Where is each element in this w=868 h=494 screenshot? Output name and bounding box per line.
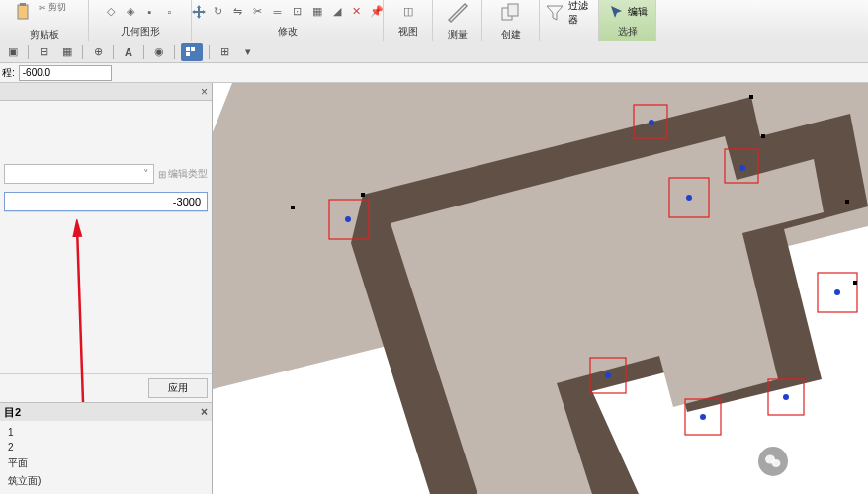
annotation-arrow bbox=[65, 219, 95, 407]
svg-point-27 bbox=[605, 372, 611, 378]
paste-icon[interactable] bbox=[11, 0, 37, 26]
filter-icon[interactable] bbox=[544, 0, 566, 26]
qat-select-icon[interactable]: ▣ bbox=[4, 43, 22, 61]
svg-rect-0 bbox=[18, 5, 28, 19]
ribbon-group-select: 编辑 选择 bbox=[599, 0, 656, 41]
svg-rect-6 bbox=[186, 52, 190, 56]
array-icon[interactable]: ▦ bbox=[308, 3, 326, 21]
level-input[interactable] bbox=[19, 65, 112, 81]
svg-point-28 bbox=[700, 414, 706, 420]
floor-plan-drawing bbox=[213, 83, 868, 494]
group-label-create: 创建 bbox=[501, 26, 521, 43]
edit-type-label: 编辑类型 bbox=[168, 167, 208, 181]
ribbon-group-geometry: ◇ ◈ ▪ ▫ 几何图形 bbox=[89, 0, 192, 41]
ribbon-group-modify: ↻ ⇋ ✂ ═ ⊡ ▦ ◢ ✕ 📌 修改 bbox=[192, 0, 384, 41]
ribbon-group-measure: 测量 bbox=[433, 0, 482, 41]
type-dropdown[interactable]: ˅ bbox=[4, 164, 154, 184]
group-label-geometry: 几何图形 bbox=[121, 23, 160, 41]
svg-rect-34 bbox=[845, 200, 849, 204]
main-area: × ˅ ⊞ 编辑类型 bbox=[0, 83, 868, 494]
geom-icon-1[interactable]: ◇ bbox=[102, 3, 120, 21]
edit-type-icon: ⊞ bbox=[158, 169, 166, 180]
group-label-select: 选择 bbox=[618, 23, 638, 41]
ribbon-group-filter: 过滤器 bbox=[540, 0, 599, 41]
svg-rect-4 bbox=[186, 47, 190, 51]
group-label-measure: 测量 bbox=[448, 26, 468, 43]
svg-line-8 bbox=[77, 227, 83, 402]
svg-rect-31 bbox=[749, 95, 753, 99]
chevron-down-icon: ˅ bbox=[143, 168, 149, 181]
tree-close-icon[interactable]: × bbox=[201, 405, 208, 419]
level-bar: 程: bbox=[0, 63, 868, 83]
watermark-text: BIM蓝图 bbox=[796, 453, 848, 470]
level-prefix: 程: bbox=[2, 66, 15, 80]
tree-title: 目2 bbox=[4, 405, 21, 420]
svg-point-25 bbox=[345, 216, 351, 222]
group-label-view: 视图 bbox=[398, 23, 418, 41]
svg-rect-35 bbox=[853, 281, 857, 285]
qat-text-icon[interactable]: A bbox=[120, 43, 137, 61]
rotate-icon[interactable]: ↻ bbox=[210, 3, 227, 21]
cut-icon[interactable]: ✂ 剪切 bbox=[39, 0, 78, 17]
offset-icon[interactable]: ⊡ bbox=[289, 3, 306, 21]
svg-point-24 bbox=[686, 195, 692, 201]
align-icon[interactable]: ═ bbox=[269, 3, 287, 21]
create-icon[interactable] bbox=[498, 0, 524, 26]
ribbon-group-clipboard: ✂ 剪切 剪贴板 bbox=[0, 0, 89, 41]
filter-label: 过滤器 bbox=[568, 0, 594, 27]
geom-icon-3[interactable]: ▪ bbox=[141, 3, 159, 21]
svg-point-22 bbox=[649, 120, 654, 125]
svg-point-26 bbox=[834, 289, 840, 295]
qat-group-icon[interactable]: ⊞ bbox=[216, 43, 233, 61]
qat-tag-icon[interactable]: ◉ bbox=[150, 43, 168, 61]
edit-type-button[interactable]: ⊞ 编辑类型 bbox=[158, 167, 208, 181]
tree-item[interactable]: 筑立面) bbox=[8, 472, 204, 490]
offset-input[interactable] bbox=[4, 192, 208, 211]
qat-grid-icon[interactable]: ▦ bbox=[58, 43, 76, 61]
ribbon-toolbar: ✂ 剪切 剪贴板 ◇ ◈ ▪ ▫ 几何图形 ↻ ⇋ ✂ ═ ⊡ ▦ ◢ ✕ 📌 … bbox=[0, 0, 868, 41]
tree-item[interactable]: 2 bbox=[8, 440, 204, 454]
svg-rect-5 bbox=[191, 47, 195, 51]
svg-rect-3 bbox=[508, 4, 518, 16]
group-label-modify: 修改 bbox=[278, 23, 298, 41]
geom-icon-4[interactable]: ▫ bbox=[161, 3, 179, 21]
quick-access-toolbar: ▣ ⊟ ▦ ⊕ A ◉ ⊞ ▾ bbox=[0, 41, 868, 63]
delete-icon[interactable]: ✕ bbox=[348, 3, 366, 21]
geom-icon-2[interactable]: ◈ bbox=[122, 3, 139, 21]
scale-icon[interactable]: ◢ bbox=[328, 3, 346, 21]
qat-layer-icon[interactable]: ▾ bbox=[239, 43, 257, 61]
edit-label: 编辑 bbox=[628, 5, 648, 19]
properties-header: × bbox=[0, 83, 212, 101]
watermark: BIM蓝图 bbox=[758, 447, 848, 476]
qat-undo-icon[interactable]: ⊟ bbox=[35, 43, 52, 61]
measure-icon[interactable] bbox=[445, 0, 471, 26]
svg-point-23 bbox=[739, 165, 745, 171]
svg-rect-30 bbox=[361, 193, 365, 197]
model-canvas[interactable] bbox=[213, 83, 868, 494]
pin-icon[interactable]: 📌 bbox=[368, 3, 386, 21]
svg-rect-33 bbox=[291, 206, 295, 209]
tree-item[interactable]: 平面 bbox=[8, 454, 204, 472]
edit-icon[interactable] bbox=[608, 3, 626, 21]
view-icon[interactable]: ◫ bbox=[399, 3, 417, 21]
ribbon-group-create: 创建 bbox=[482, 0, 540, 41]
qat-highlight-icon[interactable] bbox=[181, 43, 203, 61]
svg-rect-1 bbox=[20, 3, 26, 6]
tree-item[interactable]: 1 bbox=[8, 425, 204, 440]
project-browser-tree: 1 2 平面 筑立面) bbox=[0, 421, 212, 494]
svg-point-29 bbox=[783, 394, 789, 400]
trim-icon[interactable]: ✂ bbox=[249, 3, 267, 21]
qat-link-icon[interactable]: ⊕ bbox=[89, 43, 107, 61]
svg-point-37 bbox=[772, 459, 781, 467]
ribbon-group-view: ◫ 视图 bbox=[384, 0, 433, 41]
apply-button[interactable]: 应用 bbox=[148, 378, 208, 398]
properties-panel: × ˅ ⊞ 编辑类型 bbox=[0, 83, 213, 494]
move-icon[interactable] bbox=[190, 3, 208, 21]
wechat-icon bbox=[758, 447, 788, 476]
group-label-clipboard: 剪贴板 bbox=[30, 26, 59, 43]
svg-rect-32 bbox=[761, 134, 765, 138]
project-browser-header: 目2 × bbox=[0, 403, 212, 421]
close-icon[interactable]: × bbox=[201, 85, 208, 99]
mirror-icon[interactable]: ⇋ bbox=[229, 3, 247, 21]
